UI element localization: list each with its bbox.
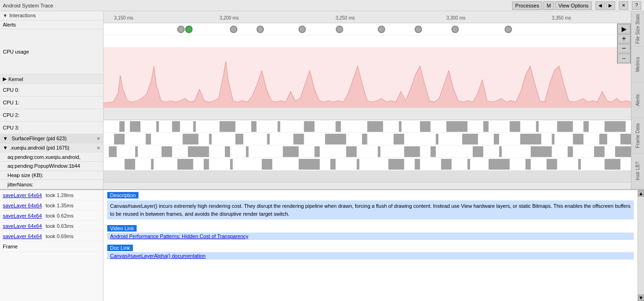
bottom-right-panel: Description Canvas#saveLayer() incurs ex…: [104, 190, 637, 301]
detail-label-4[interactable]: saveLayer 64x64: [3, 233, 42, 239]
nav-forward-button[interactable]: ▶: [606, 1, 615, 10]
interaction-circle-3: [230, 26, 237, 33]
timeline-body[interactable]: [104, 23, 631, 189]
heap-size-label: Heap size (KB):: [7, 172, 43, 178]
svg-rect-2: [119, 121, 125, 132]
interaction-circle-8: [415, 26, 422, 33]
title-bar: Android System Trace Processes M View Op…: [0, 0, 644, 11]
detail-value-4: took 0.69ms: [46, 233, 74, 239]
video-link-label: Video Link: [107, 225, 137, 232]
metrics-section: Metrics: [631, 47, 644, 82]
svg-rect-4: [156, 121, 159, 132]
svg-rect-57: [615, 146, 631, 157]
detail-value-1: took 1.35ms: [46, 203, 74, 208]
svg-rect-42: [161, 146, 172, 157]
detail-value-3: took 0.63ms: [46, 223, 74, 229]
cpu-0-track: [104, 120, 631, 133]
svg-rect-14: [420, 121, 431, 132]
detail-label-1[interactable]: saveLayer 64x64: [3, 203, 42, 208]
surfaceflinger-arrow-icon: ▼: [3, 136, 8, 141]
xueqiu-close-icon[interactable]: ✕: [97, 145, 100, 150]
svg-rect-60: [177, 159, 193, 170]
svg-rect-33: [462, 134, 478, 144]
kernel-row: ▶ Kernel: [0, 75, 103, 84]
detail-row-2[interactable]: saveLayer 64x64 took 0.62ms: [0, 211, 103, 221]
time-ruler: 3,150 ms 3,200 ms 3,250 ms 3,300 ms 3,35…: [104, 11, 631, 22]
svg-rect-25: [209, 134, 212, 144]
description-text: Canvas#saveLayer() incurs extremely high…: [107, 200, 634, 219]
svg-rect-47: [314, 146, 319, 157]
xueqiu-arrow-icon: ▼: [3, 145, 8, 150]
right-side-labels: File Size Stats Metrics Alerts Frame Dat…: [631, 11, 644, 189]
doc-link-label: Doc Link: [107, 245, 133, 251]
help-button[interactable]: ?: [632, 1, 641, 10]
svg-rect-27: [267, 134, 270, 144]
svg-rect-69: [441, 159, 452, 170]
svg-rect-51: [430, 146, 436, 157]
cpu-2-track: [104, 145, 631, 158]
m-button[interactable]: M: [543, 1, 554, 10]
frame-data-section: Frame Data: [631, 118, 644, 153]
detail-row-4[interactable]: saveLayer 64x64 took 0.69ms: [0, 231, 103, 241]
svg-rect-21: [604, 121, 625, 132]
nav-back-button[interactable]: ◀: [596, 1, 605, 10]
detail-value-0: took 1.28ms: [46, 192, 74, 198]
svg-rect-55: [568, 146, 573, 157]
interactions-header[interactable]: ▼ Interactions: [0, 11, 103, 21]
svg-rect-44: [225, 146, 230, 157]
toolbar: Processes M View Options ◀ ▶ ✕ ?: [512, 1, 641, 10]
surfaceflinger-row[interactable]: ▼ SurfaceFlinger (pid 623) ✕: [0, 134, 103, 144]
cpu-0-label: CPU 0:: [3, 87, 19, 93]
kernel-arrow-icon: ▶: [3, 76, 7, 82]
svg-rect-73: [547, 159, 557, 170]
svg-rect-70: [467, 159, 470, 170]
bottom-scrollbar[interactable]: ▲ ▼: [637, 190, 644, 301]
cpu-0-row: CPU 0:: [0, 84, 103, 96]
svg-rect-75: [604, 159, 620, 170]
cpu-cores-section: CPU 0: CPU 1: CPU 2: CPU 3:: [0, 84, 103, 134]
svg-rect-18: [536, 121, 539, 132]
interaction-circle-4: [256, 26, 264, 33]
processes-button[interactable]: Processes: [512, 1, 542, 10]
doc-link-text[interactable]: Canvas#saveLayerAlpha() documentation: [107, 252, 634, 260]
zoom-in-button[interactable]: +: [617, 34, 630, 43]
interactions-arrow-icon: ▼: [3, 13, 7, 18]
cpu-usage-row: CPU usage: [0, 29, 103, 75]
time-label-1: 3,200 ms: [220, 15, 239, 21]
fit-button[interactable]: ↔: [617, 54, 630, 63]
detail-row-3[interactable]: saveLayer 64x64 took 0.63ms: [0, 221, 103, 231]
interaction-circle-7: [378, 26, 385, 33]
scroll-down-button[interactable]: ▼: [638, 294, 644, 301]
nav-close-button[interactable]: ✕: [619, 1, 628, 10]
detail-row-1[interactable]: saveLayer 64x64 took 1.35ms: [0, 200, 103, 211]
detail-label-2[interactable]: saveLayer 64x64: [3, 213, 42, 219]
svg-rect-11: [336, 121, 341, 132]
zoom-out-button[interactable]: −: [617, 44, 630, 53]
scroll-up-button[interactable]: ▲: [638, 190, 644, 197]
aq-pending-popup-row: aq:pending:PopupWindow:1b44: [0, 162, 103, 171]
svg-rect-10: [304, 121, 315, 132]
svg-rect-15: [446, 121, 467, 132]
aq-pending-com-row: aq:pending:com.xueqiu.android,: [0, 152, 103, 162]
svg-rect-31: [394, 134, 404, 144]
left-panel: ▼ Interactions Alerts CPU usage ▶ Kernel…: [0, 11, 104, 189]
detail-label-3[interactable]: saveLayer 64x64: [3, 223, 42, 229]
view-options-button[interactable]: View Options: [555, 1, 592, 10]
svg-rect-6: [193, 121, 196, 132]
surfaceflinger-process-track: [104, 171, 631, 183]
cpu-2-bars: [104, 145, 631, 157]
scroll-track: [638, 197, 644, 294]
bottom-panel: saveLayer 64x64 took 1.28ms saveLayer 64…: [0, 189, 644, 301]
detail-row-0[interactable]: saveLayer 64x64 took 1.28ms: [0, 190, 103, 200]
svg-rect-7: [220, 121, 235, 132]
svg-rect-65: [330, 159, 335, 170]
cpu-2-row: CPU 2:: [0, 109, 103, 122]
surfaceflinger-close-icon[interactable]: ✕: [97, 136, 100, 141]
cursor-mode-button[interactable]: ▶: [617, 24, 630, 34]
video-link-text[interactable]: Android Performance Patterns: Hidden Cos…: [107, 233, 634, 240]
xueqiu-thread-row[interactable]: ▼ .xueqiu.android (pid 1675) ✕: [0, 144, 103, 153]
frame-section-label: Frame: [3, 244, 18, 249]
cpu-3-track: [104, 158, 631, 171]
detail-label-0[interactable]: saveLayer 64x64: [3, 192, 42, 198]
frame-section: Frame: [0, 241, 103, 252]
